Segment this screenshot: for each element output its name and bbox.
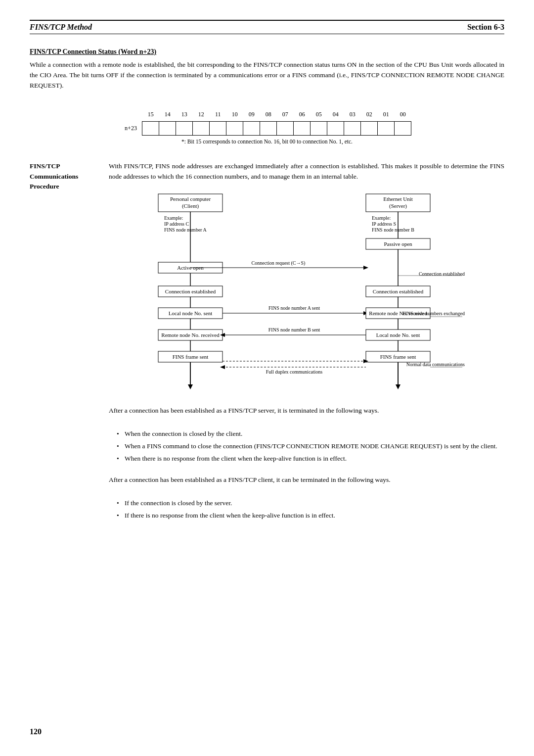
main-content: FINS/TCP Connection Status (Word n+23) W… (30, 48, 504, 523)
svg-text:FINS node number A: FINS node number A (164, 227, 207, 233)
sidebar-label: FINS/TCP Communications Procedure (30, 161, 99, 397)
procedure-text: With FINS/TCP, FINS node addresses are e… (109, 161, 504, 182)
bit-header-09: 09 (243, 108, 260, 122)
bit-cell-05 (311, 122, 327, 136)
bit-cell-06 (294, 122, 311, 136)
bit-header-13: 13 (176, 108, 193, 122)
svg-text:FINS node numbers exchanged: FINS node numbers exchanged (402, 311, 465, 316)
bit-cell-13 (176, 122, 193, 136)
diagram-container: Personal computer (Client) Example: IP a… (109, 189, 504, 397)
sidebar-label-line3: Procedure (30, 183, 59, 190)
svg-text:FINS node number B: FINS node number B (372, 227, 414, 233)
bit-header-11: 11 (210, 108, 226, 122)
bit-cell-10 (226, 122, 243, 136)
svg-text:Ethernet Unit: Ethernet Unit (383, 196, 413, 202)
svg-text:IP address C: IP address C (164, 221, 189, 227)
svg-text:Personal computer: Personal computer (170, 196, 211, 202)
flow-diagram: Personal computer (Client) Example: IP a… (138, 189, 475, 397)
bit-header-02: 02 (361, 108, 378, 122)
intro-text: While a connection with a remote node is… (30, 60, 504, 91)
bit-cell-08 (260, 122, 277, 136)
sidebar-label-line2: Communications (30, 173, 78, 180)
bit-cell-07 (277, 122, 294, 136)
svg-text:Connection request (C→S): Connection request (C→S) (252, 260, 306, 266)
bullets-2: If the connection is closed by the serve… (117, 498, 504, 523)
svg-marker-52 (220, 365, 225, 369)
bullet-1-item-0: When the connection is closed by the cli… (117, 429, 504, 439)
bit-register-diagram: 15141312111009080706050403020100 n+23 *:… (30, 108, 504, 145)
bit-header-10: 10 (226, 108, 243, 122)
bit-header-01: 01 (378, 108, 395, 122)
svg-text:Connection established: Connection established (165, 288, 216, 294)
svg-text:Full duplex communications: Full duplex communications (266, 369, 323, 375)
bullet-1-item-2: When there is no response from the clien… (117, 454, 504, 464)
svg-text:IP address S: IP address S (372, 221, 396, 227)
bullet-1-item-1: When a FINS command to close the connect… (117, 441, 504, 452)
bullet-2-item-0: If the connection is closed by the serve… (117, 498, 504, 509)
header-right: Section 6-3 (467, 23, 504, 32)
svg-text:FINS node number A sent: FINS node number A sent (268, 305, 320, 311)
bit-cell-01 (378, 122, 395, 136)
bit-table: 15141312111009080706050403020100 n+23 (123, 108, 412, 136)
bit-cell-03 (344, 122, 361, 136)
bit-header-04: 04 (327, 108, 344, 122)
after-text-2: After a connection has been established … (109, 475, 504, 485)
bit-cell-12 (193, 122, 210, 136)
svg-text:(Server): (Server) (389, 203, 407, 209)
bit-cell-11 (210, 122, 226, 136)
page-number: 120 (30, 727, 42, 736)
svg-marker-7 (188, 384, 193, 389)
header-left: FINS/TCP Method (30, 23, 92, 32)
svg-text:Remote node No. received: Remote node No. received (161, 332, 220, 338)
two-col-section: FINS/TCP Communications Procedure With F… (30, 161, 504, 397)
bit-cell-14 (159, 122, 176, 136)
after-text-1: After a connection has been established … (109, 406, 504, 416)
svg-text:Passive open: Passive open (384, 241, 412, 247)
bit-header-06: 06 (294, 108, 311, 122)
svg-text:Example:: Example: (164, 215, 183, 221)
svg-text:(Client): (Client) (182, 203, 199, 209)
bullet-2-item-1: If there is no response from the client … (117, 511, 504, 521)
svg-text:FINS frame sent: FINS frame sent (173, 354, 209, 360)
svg-marker-21 (363, 266, 368, 270)
svg-text:FINS node number B sent: FINS node number B sent (268, 327, 320, 332)
svg-text:Local node No. sent: Local node No. sent (169, 310, 213, 316)
svg-text:Normal data communications: Normal data communications (406, 362, 465, 367)
svg-text:Example:: Example: (372, 215, 391, 221)
bit-header-07: 07 (277, 108, 294, 122)
svg-text:Local node No. sent: Local node No. sent (376, 332, 420, 338)
bit-header-12: 12 (193, 108, 210, 122)
bit-header-05: 05 (311, 108, 327, 122)
svg-marker-15 (396, 384, 400, 389)
bit-cell-04 (327, 122, 344, 136)
svg-text:Connection established: Connection established (419, 271, 465, 277)
page-header: FINS/TCP Method Section 6-3 (30, 20, 504, 34)
bullets-1: When the connection is closed by the cli… (117, 429, 504, 466)
svg-text:FINS frame sent: FINS frame sent (380, 354, 416, 360)
bit-cell-15 (142, 122, 159, 136)
section-title-block: FINS/TCP Connection Status (Word n+23) W… (30, 48, 504, 91)
bit-header-03: 03 (344, 108, 361, 122)
sidebar-label-line1: FINS/TCP (30, 162, 60, 170)
bit-header-00: 00 (395, 108, 411, 122)
procedure-text-block: With FINS/TCP, FINS node addresses are e… (109, 161, 504, 397)
bit-header-08: 08 (260, 108, 277, 122)
bit-cell-02 (361, 122, 378, 136)
page: FINS/TCP Method Section 6-3 FINS/TCP Con… (0, 0, 534, 756)
section-title: FINS/TCP Connection Status (Word n+23) (30, 48, 504, 56)
bit-note: *: Bit 15 corresponds to connection No. … (181, 139, 353, 144)
bit-cell-09 (243, 122, 260, 136)
bit-header-15: 15 (142, 108, 159, 122)
bit-row-label: n+23 (123, 122, 142, 136)
bit-cell-00 (395, 122, 411, 136)
bit-header-14: 14 (159, 108, 176, 122)
svg-text:Connection established: Connection established (373, 288, 424, 294)
